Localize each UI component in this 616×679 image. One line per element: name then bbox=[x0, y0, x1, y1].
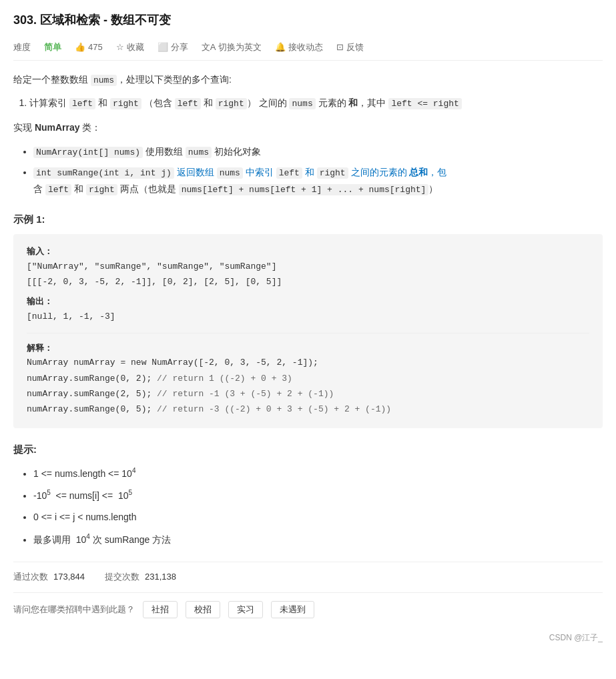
pass-label: 通过次数 bbox=[13, 570, 48, 584]
hint-4: 最多调用 104 次 sumRange 方法 bbox=[33, 530, 603, 548]
explain-label: 解释： bbox=[27, 343, 53, 353]
explain-line3: numArray.sumRange(2, 5); // return -1 (3… bbox=[27, 389, 334, 399]
footer-brand: CSDN @江子_ bbox=[13, 626, 603, 644]
example-title-1: 示例 1: bbox=[13, 211, 603, 227]
tag-intern[interactable]: 实习 bbox=[228, 601, 263, 618]
hints-title: 提示: bbox=[13, 442, 603, 458]
question-bar: 请问您在哪类招聘中遇到此题？ 社招 校招 实习 未遇到 bbox=[13, 592, 603, 626]
thumb-icon: 👍 bbox=[75, 41, 85, 55]
problem-description: 给定一个整数数组 nums，处理以下类型的多个查询: 计算索引 left 和 r… bbox=[13, 71, 603, 198]
pass-count: 通过次数 173,844 bbox=[13, 570, 85, 584]
explain-line1: NumArray numArray = new NumArray([-2, 0,… bbox=[27, 358, 318, 368]
input-line2: [[[-2, 0, 3, -5, 2, -1]], [0, 2], [2, 5]… bbox=[27, 277, 282, 287]
step-1: 计算索引 left 和 right （包含 left 和 right） 之间的 … bbox=[29, 95, 603, 111]
tag-campus[interactable]: 校招 bbox=[186, 601, 220, 618]
star-icon: ☆ bbox=[116, 41, 124, 55]
switch-lang-button[interactable]: 文A 切换为英文 bbox=[202, 41, 262, 55]
input-label: 输入： bbox=[27, 246, 53, 256]
feedback-icon: ⊡ bbox=[336, 41, 344, 55]
collect-button[interactable]: ☆ 收藏 bbox=[116, 41, 144, 55]
example-section-1: 示例 1: 输入： ["NumArray", "sumRange", "sumR… bbox=[13, 211, 603, 428]
tag-social[interactable]: 社招 bbox=[143, 601, 178, 618]
stats-bar: 通过次数 173,844 提交次数 231,138 bbox=[13, 562, 603, 592]
bell-icon: 🔔 bbox=[275, 41, 286, 55]
share-button[interactable]: ⬜ 分享 bbox=[158, 41, 188, 55]
bullet-list: NumArray(int[] nums) 使用数组 nums 初始化对象 int… bbox=[13, 143, 603, 198]
hint-2: -105 <= nums[i] <= 105 bbox=[33, 486, 603, 504]
subscribe-button[interactable]: 🔔 接收动态 bbox=[275, 41, 323, 55]
share-icon: ⬜ bbox=[158, 41, 168, 55]
explain-section: 解释： NumArray numArray = new NumArray([-2… bbox=[27, 342, 589, 418]
like-button[interactable]: 👍 475 bbox=[75, 41, 103, 55]
output-section: 输出： [null, 1, -1, -3] bbox=[27, 295, 589, 324]
bullet-2: int sumRange(int i, int j) 返回数组 nums 中索引… bbox=[33, 164, 603, 198]
question-text: 请问您在哪类招聘中遇到此题？ bbox=[13, 603, 135, 617]
hint-3: 0 <= i <= j < nums.length bbox=[33, 508, 603, 526]
submit-label: 提交次数 bbox=[105, 570, 139, 584]
intro-text: 给定一个整数数组 nums，处理以下类型的多个查询: bbox=[13, 71, 603, 88]
explain-line4: numArray.sumRange(0, 5); // return -3 ((… bbox=[27, 404, 391, 414]
bullet-1: NumArray(int[] nums) 使用数组 nums 初始化对象 bbox=[33, 143, 603, 160]
tag-none[interactable]: 未遇到 bbox=[271, 601, 314, 618]
feedback-button[interactable]: ⊡ 反馈 bbox=[336, 41, 364, 55]
difficulty-label: 难度 bbox=[13, 41, 31, 55]
output-label: 输出： bbox=[27, 296, 53, 306]
submit-value: 231,138 bbox=[145, 570, 176, 584]
toolbar: 难度 简单 👍 475 ☆ 收藏 ⬜ 分享 文A 切换为英文 🔔 接收动态 ⊡ … bbox=[13, 35, 603, 61]
submit-count: 提交次数 231,138 bbox=[105, 570, 176, 584]
example-box-1: 输入： ["NumArray", "sumRange", "sumRange",… bbox=[13, 234, 603, 428]
input-line1: ["NumArray", "sumRange", "sumRange", "su… bbox=[27, 261, 276, 271]
difficulty-value[interactable]: 简单 bbox=[44, 41, 61, 55]
step-list: 计算索引 left 和 right （包含 left 和 right） 之间的 … bbox=[13, 95, 603, 111]
pass-value: 173,844 bbox=[53, 570, 85, 584]
impl-title: 实现 NumArray 类： bbox=[13, 119, 603, 136]
hint-1: 1 <= nums.length <= 104 bbox=[33, 464, 603, 482]
explain-line2: numArray.sumRange(0, 2); // return 1 ((-… bbox=[27, 374, 292, 384]
page-title: 303. 区域和检索 - 数组不可变 bbox=[13, 11, 603, 30]
hints-section: 提示: 1 <= nums.length <= 104 -105 <= nums… bbox=[13, 442, 603, 548]
input-section: 输入： ["NumArray", "sumRange", "sumRange",… bbox=[27, 245, 589, 290]
translate-icon: 文A bbox=[202, 41, 216, 55]
hint-list: 1 <= nums.length <= 104 -105 <= nums[i] … bbox=[13, 464, 603, 548]
output-value: [null, 1, -1, -3] bbox=[27, 311, 115, 321]
